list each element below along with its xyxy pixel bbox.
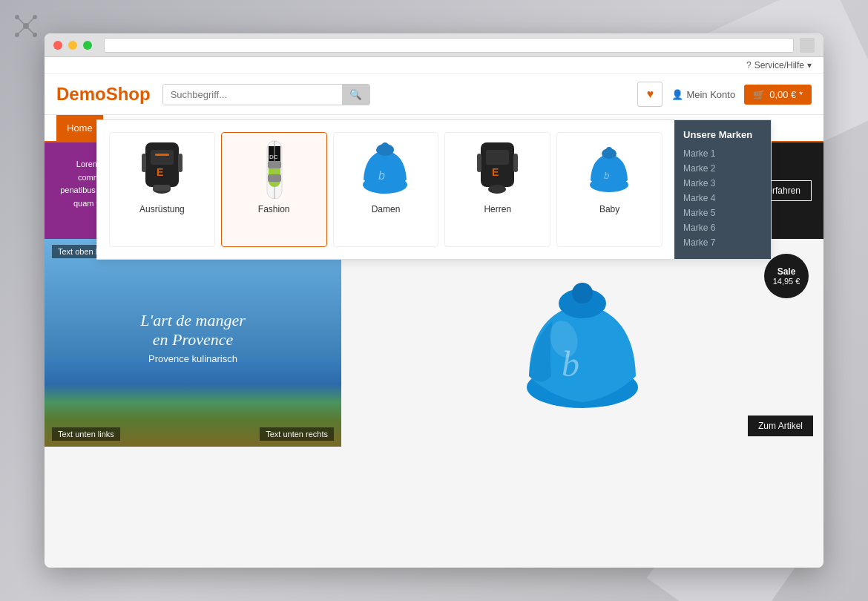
svg-rect-15 bbox=[142, 154, 146, 172]
maximize-button[interactable] bbox=[83, 41, 92, 50]
svg-point-36 bbox=[606, 147, 612, 153]
cart-icon: 🛒 bbox=[753, 89, 765, 100]
svg-rect-10 bbox=[151, 150, 174, 165]
shop-content: ? Service/Hilfe ▾ DemoShop 🔍 ♥ 👤 bbox=[45, 57, 823, 568]
heart-icon: ♥ bbox=[647, 88, 654, 101]
cart-amount: 0,00 € * bbox=[769, 89, 803, 100]
svg-text:b: b bbox=[378, 169, 385, 182]
svg-rect-11 bbox=[155, 154, 169, 156]
chevron-down-icon: ▾ bbox=[807, 60, 812, 70]
brand-4[interactable]: Marke 4 bbox=[683, 191, 762, 206]
search-icon: 🔍 bbox=[349, 89, 362, 100]
svg-text:E: E bbox=[157, 166, 163, 178]
category-fashion[interactable]: DC Fashion bbox=[221, 132, 327, 247]
svg-rect-16 bbox=[178, 154, 183, 172]
category-herren[interactable]: E Herren bbox=[444, 132, 550, 247]
svg-line-6 bbox=[17, 26, 26, 35]
provence-bottom-labels: Text unten links Text unten rechts bbox=[52, 427, 334, 441]
search-bar: 🔍 bbox=[162, 84, 370, 105]
svg-line-2 bbox=[17, 17, 26, 26]
service-hilfe-label: Service/Hilfe bbox=[754, 60, 804, 70]
provence-title: L'art de manger en Provence Provence kul… bbox=[140, 311, 246, 364]
svg-point-33 bbox=[488, 185, 506, 194]
user-icon: 👤 bbox=[671, 89, 683, 100]
zum-artikel-button[interactable]: Zum Artikel bbox=[748, 416, 813, 436]
baby-image: b bbox=[580, 140, 640, 200]
close-button[interactable] bbox=[53, 41, 62, 50]
text-bottom-left: Text unten links bbox=[52, 427, 120, 441]
damen-image: b bbox=[356, 140, 415, 200]
svg-text:DC: DC bbox=[269, 154, 278, 160]
browser-titlebar bbox=[45, 33, 823, 57]
sale-badge: Sale 14,95 € bbox=[764, 254, 809, 298]
logo-shop: Shop bbox=[106, 84, 151, 104]
sale-label: Sale bbox=[777, 266, 796, 277]
brand-1[interactable]: Marke 1 bbox=[683, 146, 762, 161]
question-icon: ? bbox=[746, 60, 752, 70]
category-damen[interactable]: b Damen bbox=[333, 132, 439, 247]
svg-point-40 bbox=[572, 283, 593, 303]
ausruestung-label: Ausrüstung bbox=[139, 204, 185, 214]
header: DemoShop 🔍 ♥ 👤 Mein Konto 🛒 0,00 € * bbox=[45, 74, 823, 115]
shop-logo[interactable]: DemoShop bbox=[56, 84, 151, 105]
brands-panel: Unsere Marken Marke 1 Marke 2 Marke 3 Ma… bbox=[674, 120, 771, 259]
top-bar: ? Service/Hilfe ▾ bbox=[45, 57, 823, 74]
account-button[interactable]: 👤 Mein Konto bbox=[671, 89, 735, 100]
hat-product-image: b bbox=[508, 269, 657, 417]
fashion-label: Fashion bbox=[258, 204, 290, 214]
svg-text:b: b bbox=[604, 170, 609, 181]
baby-label: Baby bbox=[599, 204, 619, 214]
category-ausruestung[interactable]: E Ausrüstung bbox=[109, 132, 215, 247]
header-right: ♥ 👤 Mein Konto 🛒 0,00 € * bbox=[637, 82, 812, 107]
brand-3[interactable]: Marke 3 bbox=[683, 176, 762, 191]
brand-5[interactable]: Marke 5 bbox=[683, 206, 762, 220]
service-hilfe-button[interactable]: ? Service/Hilfe ▾ bbox=[746, 60, 812, 70]
svg-rect-13 bbox=[153, 185, 171, 191]
provence-image: Text oben links Text oben rechts L'art d… bbox=[45, 239, 341, 447]
svg-line-4 bbox=[26, 17, 35, 26]
svg-line-8 bbox=[26, 26, 35, 35]
herren-label: Herren bbox=[484, 204, 511, 214]
brand-7[interactable]: Marke 7 bbox=[683, 235, 762, 250]
text-bottom-right: Text unten rechts bbox=[260, 427, 334, 441]
svg-text:E: E bbox=[492, 166, 499, 178]
cart-button[interactable]: 🛒 0,00 € * bbox=[744, 85, 812, 105]
provence-subtitle: Provence kulinarisch bbox=[140, 353, 246, 364]
herren-image: E bbox=[468, 140, 527, 200]
wishlist-button[interactable]: ♥ bbox=[637, 82, 662, 107]
provence-overlay: Text oben links Text oben rechts L'art d… bbox=[45, 239, 341, 447]
search-input[interactable] bbox=[163, 85, 342, 105]
sale-price: 14,95 € bbox=[773, 277, 800, 286]
category-list: E Ausrüstung bbox=[97, 120, 674, 259]
search-button[interactable]: 🔍 bbox=[342, 85, 369, 105]
url-bar[interactable] bbox=[104, 38, 794, 53]
damen-label: Damen bbox=[372, 204, 401, 214]
category-baby[interactable]: b Baby bbox=[556, 132, 662, 247]
account-label: Mein Konto bbox=[686, 89, 735, 100]
fashion-image: DC bbox=[244, 140, 303, 200]
mega-menu: E Ausrüstung bbox=[96, 119, 772, 260]
logo-demo: Demo bbox=[56, 84, 106, 104]
svg-rect-29 bbox=[486, 150, 509, 165]
svg-rect-21 bbox=[268, 161, 281, 168]
svg-rect-22 bbox=[268, 174, 281, 182]
ausruestung-image: E bbox=[132, 140, 191, 200]
brand-2[interactable]: Marke 2 bbox=[683, 161, 762, 176]
minimize-button[interactable] bbox=[68, 41, 77, 50]
browser-window: ? Service/Hilfe ▾ DemoShop 🔍 ♥ 👤 bbox=[45, 33, 823, 568]
provence-title-line1: L'art de manger en Provence bbox=[140, 311, 246, 350]
svg-point-26 bbox=[381, 142, 389, 150]
brands-title: Unsere Marken bbox=[683, 129, 762, 140]
brand-6[interactable]: Marke 6 bbox=[683, 220, 762, 235]
hub-icon bbox=[11, 11, 41, 41]
hat-section: Sale 14,95 € b bbox=[341, 239, 823, 447]
svg-rect-32 bbox=[513, 154, 518, 172]
svg-rect-31 bbox=[477, 154, 481, 172]
browser-menu[interactable] bbox=[800, 38, 815, 53]
